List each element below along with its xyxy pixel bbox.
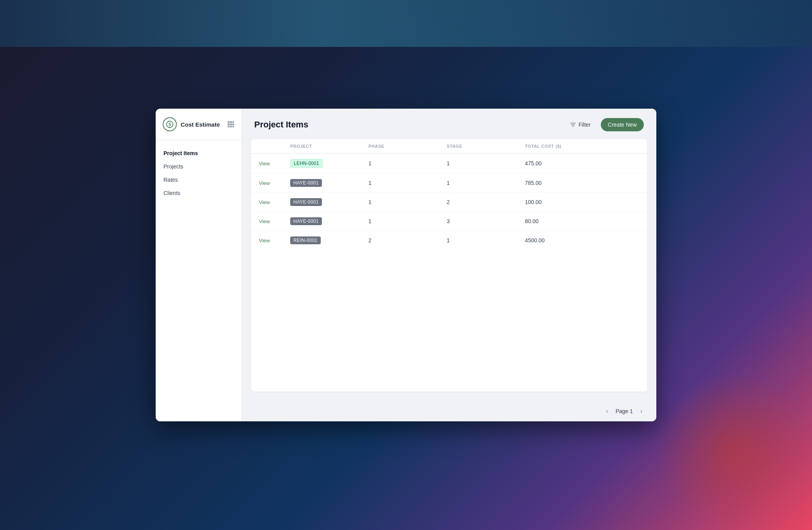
view-link[interactable]: View xyxy=(259,218,270,224)
svg-rect-5 xyxy=(228,124,230,125)
svg-rect-10 xyxy=(232,126,234,127)
table-cell-total-cost: 4500.00 xyxy=(517,231,647,250)
table-cell-phase: 1 xyxy=(361,174,439,193)
table-cell-project: HAYE-0001 xyxy=(282,212,361,231)
svg-rect-6 xyxy=(230,124,232,125)
col-header-project: PROJECT xyxy=(282,139,361,154)
table-cell-project: REIN-0001 xyxy=(282,231,361,250)
col-header-phase: PHASE xyxy=(361,139,439,154)
project-badge: LEHN-0001 xyxy=(290,159,323,168)
table-cell-project: LEHN-0001 xyxy=(282,154,361,174)
pagination-prev-button[interactable]: ‹ xyxy=(602,406,613,417)
table-row: View HAYE-0001 1 3 80.00 xyxy=(251,212,647,231)
filter-button[interactable]: Filter xyxy=(564,119,596,131)
header-actions: Filter Create New xyxy=(564,118,644,131)
filter-icon xyxy=(570,122,576,128)
pagination-next-button[interactable]: › xyxy=(636,406,647,417)
grid-icon[interactable] xyxy=(227,121,234,128)
table-cell-phase: 2 xyxy=(361,231,439,250)
table-cell-total-cost: 100.00 xyxy=(517,193,647,212)
table-cell-project: HAYE-0001 xyxy=(282,193,361,212)
table-cell-stage: 3 xyxy=(439,212,517,231)
table-cell-total-cost: 785.00 xyxy=(517,174,647,193)
col-header-total-cost: TOTAL COST ($) xyxy=(517,139,647,154)
table-container: PROJECT PHASE STAGE TOTAL COST ($) View … xyxy=(251,139,647,392)
table-cell-total-cost: 475.00 xyxy=(517,154,647,174)
table-row: View LEHN-0001 1 1 475.00 xyxy=(251,154,647,174)
sidebar-header: $ Cost Estimate xyxy=(156,109,241,140)
app-window: $ Cost Estimate Proje xyxy=(156,109,656,421)
project-badge: HAYE-0001 xyxy=(290,198,322,206)
table-cell-project: HAYE-0001 xyxy=(282,174,361,193)
sidebar-nav: Project Items Projects Rates Clients xyxy=(156,140,241,206)
svg-rect-2 xyxy=(228,121,230,123)
table-cell-action: View xyxy=(251,174,282,193)
table-row: View HAYE-0001 1 1 785.00 xyxy=(251,174,647,193)
svg-text:$: $ xyxy=(169,122,171,127)
create-new-button[interactable]: Create New xyxy=(601,118,644,131)
svg-rect-9 xyxy=(230,126,232,127)
sidebar-item-clients[interactable]: Clients xyxy=(156,186,241,200)
table-cell-action: View xyxy=(251,212,282,231)
svg-rect-4 xyxy=(232,121,234,123)
data-table: PROJECT PHASE STAGE TOTAL COST ($) View … xyxy=(251,139,647,250)
col-header-stage: STAGE xyxy=(439,139,517,154)
sidebar-item-project-items[interactable]: Project Items xyxy=(156,147,241,160)
view-link[interactable]: View xyxy=(259,180,270,186)
project-badge: HAYE-0001 xyxy=(290,179,322,187)
view-link[interactable]: View xyxy=(259,161,270,167)
view-link[interactable]: View xyxy=(259,199,270,205)
table-cell-action: View xyxy=(251,231,282,250)
project-badge: HAYE-0001 xyxy=(290,217,322,225)
table-cell-action: View xyxy=(251,154,282,174)
sidebar: $ Cost Estimate Proje xyxy=(156,109,242,421)
view-link[interactable]: View xyxy=(259,238,270,244)
pagination: ‹ Page 1 › xyxy=(242,401,656,421)
sidebar-item-projects[interactable]: Projects xyxy=(156,160,241,173)
table-body: View LEHN-0001 1 1 475.00 View HAYE-0001… xyxy=(251,154,647,250)
project-badge: REIN-0001 xyxy=(290,236,321,244)
table-cell-phase: 1 xyxy=(361,212,439,231)
table-cell-action: View xyxy=(251,193,282,212)
table-cell-phase: 1 xyxy=(361,154,439,174)
table-cell-stage: 1 xyxy=(439,174,517,193)
table-header: PROJECT PHASE STAGE TOTAL COST ($) xyxy=(251,139,647,154)
svg-rect-7 xyxy=(232,124,234,125)
pagination-page-label: Page 1 xyxy=(616,408,633,414)
app-name: Cost Estimate xyxy=(181,121,220,128)
main-header: Project Items Filter Create New xyxy=(242,109,656,139)
table-cell-phase: 1 xyxy=(361,193,439,212)
app-logo: $ xyxy=(163,117,177,131)
table-row: View HAYE-0001 1 2 100.00 xyxy=(251,193,647,212)
svg-rect-8 xyxy=(228,126,230,127)
svg-rect-3 xyxy=(230,121,232,123)
table-cell-stage: 2 xyxy=(439,193,517,212)
main-content: Project Items Filter Create New xyxy=(242,109,656,421)
sidebar-item-rates[interactable]: Rates xyxy=(156,173,241,186)
table-cell-stage: 1 xyxy=(439,231,517,250)
table-row: View REIN-0001 2 1 4500.00 xyxy=(251,231,647,250)
table-cell-stage: 1 xyxy=(439,154,517,174)
col-header-action xyxy=(251,139,282,154)
page-title: Project Items xyxy=(254,120,308,130)
table-cell-total-cost: 80.00 xyxy=(517,212,647,231)
